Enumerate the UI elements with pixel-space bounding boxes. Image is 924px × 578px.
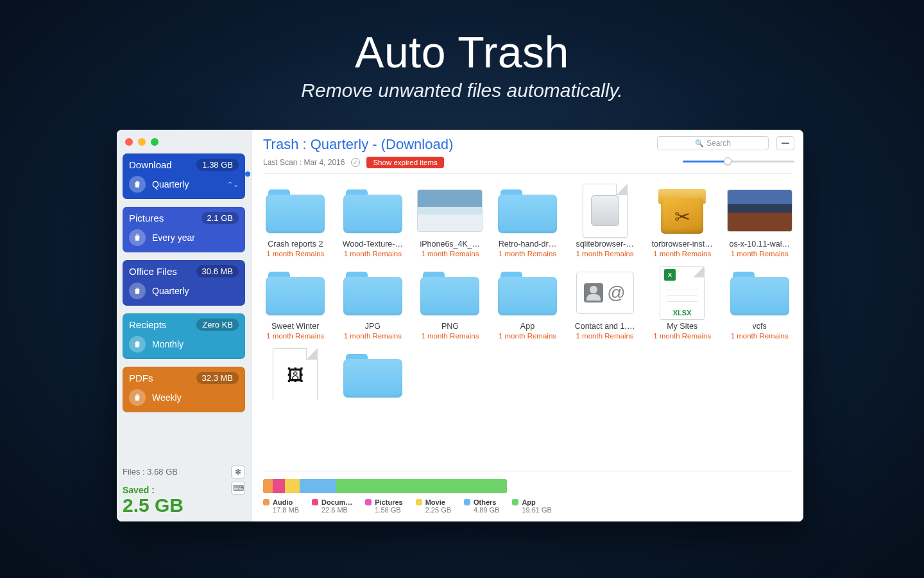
list-view-button[interactable] <box>776 136 794 150</box>
file-name: App <box>520 322 535 331</box>
header: Trash : Quarterly - (Download) Last Scan… <box>252 130 803 177</box>
file-item[interactable] <box>336 350 411 400</box>
trash-icon <box>129 283 146 299</box>
folder-icon <box>498 270 557 315</box>
saved-value: 2.5 GB <box>123 495 245 516</box>
zoom-slider[interactable] <box>683 157 794 166</box>
file-item[interactable]: ✂torbrowser-inst…1 month Remains <box>645 186 720 258</box>
trash-icon <box>129 389 146 406</box>
sidebar-card-pdfs[interactable]: PDFs32.3 MBWeekly <box>123 367 245 412</box>
image-thumb <box>728 190 792 231</box>
file-item[interactable]: Retro-hand-dr…1 month Remains <box>490 186 565 258</box>
folder-icon <box>343 270 402 315</box>
trash-icon <box>129 229 146 246</box>
trash-icon <box>129 336 146 353</box>
check-icon: ✓ <box>351 158 360 167</box>
file-item[interactable]: JPG1 month Remains <box>336 268 411 340</box>
file-remain: 1 month Remains <box>499 332 556 340</box>
hero: Auto Trash Remove unwanted files automat… <box>0 0 924 101</box>
gear-button[interactable]: ✻ <box>231 466 245 478</box>
trash-icon <box>129 176 146 193</box>
file-name: Sweet Winter <box>271 322 319 331</box>
file-remain: 1 month Remains <box>731 250 789 258</box>
dmg-icon <box>583 184 628 238</box>
file-remain: 1 month Remains <box>344 332 402 340</box>
storage-segment <box>273 479 285 493</box>
main-panel: Trash : Quarterly - (Download) Last Scan… <box>252 130 803 521</box>
file-grid: Crash reports 21 month RemainsWood-Textu… <box>252 177 803 400</box>
storage-bar <box>263 479 507 493</box>
legend-item: Pictures1.58 GB <box>365 498 402 514</box>
sidebar-card-download[interactable]: Download1.38 GBQuarterly⌃⌄ <box>123 153 245 199</box>
file-remain: 1 month Remains <box>421 332 479 340</box>
hero-tagline: Remove unwanted files automatically. <box>0 80 924 101</box>
last-scan: Last Scan : Mar 4, 2016 <box>263 158 345 167</box>
storage-segment <box>263 479 273 493</box>
file-item[interactable]: sqlitebrowser-…1 month Remains <box>567 186 642 258</box>
storage-segment <box>336 479 507 493</box>
file-name: torbrowser-inst… <box>652 240 713 249</box>
folder-icon <box>420 270 479 315</box>
card-size: 2.1 GB <box>201 212 239 224</box>
file-remain: 1 month Remains <box>731 332 789 340</box>
card-title: Reciepts <box>129 319 166 330</box>
file-item[interactable]: vcfs1 month Remains <box>722 268 797 340</box>
legend-item: Docum…22.6 MB <box>312 498 352 514</box>
sidebar-card-reciepts[interactable]: RecieptsZero KBMonthly <box>123 313 245 359</box>
hero-title: Auto Trash <box>0 27 924 77</box>
file-item[interactable]: Sweet Winter1 month Remains <box>258 268 333 340</box>
image-file-icon: 🖼 <box>273 348 318 400</box>
keyboard-button[interactable]: ⌨ <box>231 482 245 495</box>
folder-icon <box>266 188 325 233</box>
legend-item: Movie2.25 GB <box>416 498 451 514</box>
image-thumb <box>418 190 482 231</box>
legend-item: Others4.89 GB <box>464 498 499 514</box>
file-item[interactable]: os-x-10.11-wal…1 month Remains <box>722 186 797 258</box>
file-item[interactable]: 🖼 <box>258 350 333 400</box>
file-name: JPG <box>365 322 381 331</box>
maximize-icon[interactable] <box>151 138 158 146</box>
file-item[interactable]: Crash reports 21 month Remains <box>258 186 333 258</box>
file-name: Retro-hand-dr… <box>499 240 556 249</box>
storage-legend: Audio17.8 MBDocum…22.6 MBPictures1.58 GB… <box>263 498 792 514</box>
sidebar-card-pictures[interactable]: Pictures2.1 GBEvery year <box>123 207 245 252</box>
app-window: Download1.38 GBQuarterly⌃⌄Pictures2.1 GB… <box>117 130 803 521</box>
file-item[interactable]: App1 month Remains <box>490 268 565 340</box>
file-item[interactable]: @Contact and 1,…1 month Remains <box>567 268 642 340</box>
file-remain: 1 month Remains <box>576 250 634 258</box>
file-item[interactable]: iPhone6s_4K_…1 month Remains <box>413 186 488 258</box>
card-frequency: Monthly <box>152 339 184 349</box>
package-icon: ✂ <box>656 185 708 236</box>
file-remain: 1 month Remains <box>499 250 556 258</box>
contact-icon: @ <box>576 272 634 314</box>
card-title: Download <box>129 159 172 170</box>
file-name: Wood-Texture-… <box>343 240 403 249</box>
card-frequency: Every year <box>152 232 195 243</box>
show-expired-button[interactable]: Show expired items <box>366 157 443 168</box>
file-remain: 1 month Remains <box>266 250 324 258</box>
folder-icon <box>266 270 325 315</box>
file-name: iPhone6s_4K_… <box>420 240 481 249</box>
search-input[interactable]: 🔍 Search <box>657 136 769 150</box>
storage-segment <box>285 479 300 493</box>
file-item[interactable]: XXLSXMy Sites1 month Remains <box>645 268 720 340</box>
file-item[interactable]: Wood-Texture-…1 month Remains <box>336 186 411 258</box>
sidebar-footer: Files : 3.68 GB ✻ Saved : ⌨ 2.5 GB <box>123 466 245 516</box>
file-item[interactable]: PNG1 month Remains <box>413 268 488 340</box>
files-total: Files : 3.68 GB <box>123 467 178 477</box>
file-name: vcfs <box>753 322 767 331</box>
file-remain: 1 month Remains <box>653 250 711 258</box>
legend-item: App19.61 GB <box>512 498 551 514</box>
file-remain: 1 month Remains <box>653 332 711 340</box>
sidebar-card-office-files[interactable]: Office Files30.6 MBQuarterly <box>123 260 245 306</box>
file-remain: 1 month Remains <box>344 250 402 258</box>
folder-icon <box>343 353 402 398</box>
search-icon: 🔍 <box>695 139 704 148</box>
card-size: 32.3 MB <box>196 372 239 384</box>
chevron-updown-icon[interactable]: ⌃⌄ <box>227 180 239 189</box>
card-size: 30.6 MB <box>196 265 239 277</box>
minimize-icon[interactable] <box>138 138 146 146</box>
storage-segment <box>300 479 336 493</box>
file-name: sqlitebrowser-… <box>576 240 633 249</box>
close-icon[interactable] <box>125 138 133 146</box>
